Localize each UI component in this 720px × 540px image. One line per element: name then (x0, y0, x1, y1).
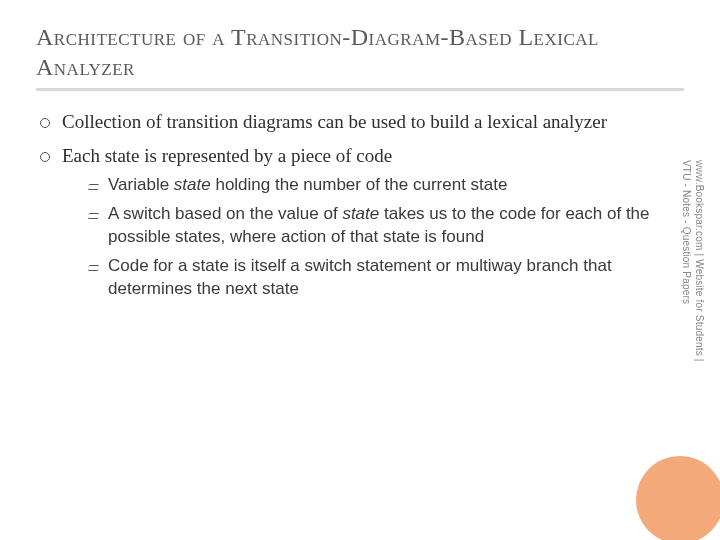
sub-bullet-item: Code for a state is itself a switch stat… (62, 255, 684, 301)
main-bullet-list: Collection of transition diagrams can be… (36, 109, 684, 301)
bullet-item: Collection of transition diagrams can be… (36, 109, 684, 135)
bullet-text: Each state is represented by a piece of … (62, 145, 392, 166)
watermark-sidebar: www.Bookspar.com | Website for Students … (680, 160, 706, 440)
decorative-circle (636, 456, 720, 540)
sub-bullet-item: Variable state holding the number of the… (62, 174, 684, 197)
sub-bullet-list: Variable state holding the number of the… (62, 174, 684, 301)
bullet-item: Each state is represented by a piece of … (36, 143, 684, 301)
italic-term: state (174, 175, 211, 194)
sub-bullet-item: A switch based on the value of state tak… (62, 203, 684, 249)
slide-title: Architecture of a Transition-Diagram-Bas… (36, 22, 684, 82)
italic-term: state (342, 204, 379, 223)
sub-text: A switch based on the value of (108, 204, 342, 223)
watermark-line: www.Bookspar.com | Website for Students … (694, 160, 705, 362)
sub-text: holding the number of the current state (211, 175, 508, 194)
sub-text: Code for a state is itself a switch stat… (108, 256, 612, 298)
slide: Architecture of a Transition-Diagram-Bas… (0, 0, 720, 540)
title-rule (36, 88, 684, 91)
watermark-line: VTU - Notes - Question Papers (681, 160, 692, 304)
bullet-text: Collection of transition diagrams can be… (62, 111, 607, 132)
sub-text: Variable (108, 175, 174, 194)
